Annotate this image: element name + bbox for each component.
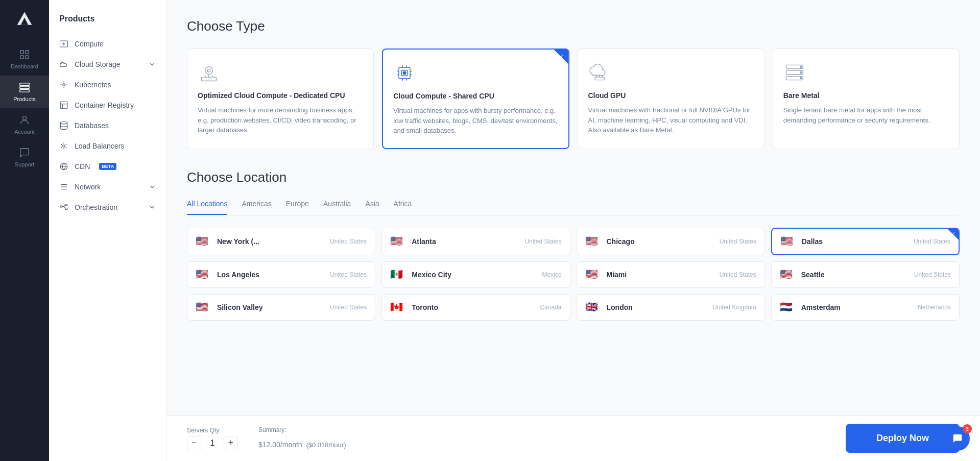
type-card-cloud-gpu-title: Cloud GPU: [588, 91, 754, 100]
svg-point-27: [800, 66, 802, 68]
price-value: $12.00: [258, 441, 280, 449]
svg-rect-14: [60, 206, 62, 207]
sidebar-dashboard-label: Dashboard: [11, 63, 38, 69]
loc-tab-all[interactable]: All Locations: [187, 200, 227, 215]
us-flag-icon-la: 🇺🇸: [196, 269, 212, 280]
loc-tab-africa[interactable]: Africa: [394, 200, 412, 215]
us-flag-icon-miami: 🇺🇸: [585, 269, 602, 280]
type-card-bare-metal[interactable]: Bare Metal Single tenant bare metal for …: [773, 48, 960, 149]
svg-rect-0: [20, 51, 23, 54]
loc-new-york-name: New York (...: [217, 237, 259, 246]
summary-section: Summary: $12.00/month ($0.018/hour): [258, 426, 346, 451]
loc-card-mexico-city[interactable]: 🇲🇽 Mexico City Mexico: [381, 261, 570, 288]
svg-point-18: [207, 69, 210, 72]
loc-seattle-name: Seattle: [801, 271, 825, 279]
loc-card-chicago[interactable]: 🇺🇸 Chicago United States: [577, 228, 765, 255]
nav-databases-label: Databases: [75, 122, 109, 130]
loc-tab-asia[interactable]: Asia: [365, 200, 379, 215]
us-flag-icon: 🇺🇸: [196, 236, 212, 247]
nav-item-load-balancers[interactable]: Load Balancers: [49, 136, 166, 156]
type-card-cloud-gpu[interactable]: Cloud GPU Virtual machines with fraction…: [578, 48, 764, 149]
nav-cdn-label: CDN: [75, 162, 90, 171]
shared-cpu-icon: [393, 62, 416, 84]
us-flag-icon-sv: 🇺🇸: [196, 302, 212, 313]
summary-price-display: $12.00/month ($0.018/hour): [258, 434, 346, 451]
qty-decrease-button[interactable]: −: [187, 436, 201, 450]
chat-badge: 3: [963, 424, 972, 433]
loc-london-country: United Kingdom: [712, 304, 756, 311]
loc-card-miami[interactable]: 🇺🇸 Miami United States: [577, 261, 765, 288]
deploy-now-button[interactable]: Deploy Now: [846, 424, 960, 453]
products-panel: Products Compute Cloud Storage Kubernete…: [49, 0, 166, 461]
qty-increase-button[interactable]: +: [224, 436, 238, 450]
loc-card-toronto[interactable]: 🇨🇦 Toronto Canada: [381, 294, 570, 321]
bottom-bar: Servers Qty: − 1 + Summary: $12.00/month…: [166, 415, 980, 461]
svg-point-29: [800, 77, 802, 79]
us-flag-icon-atlanta: 🇺🇸: [390, 236, 407, 247]
type-card-cloud-gpu-desc: Virtual machines with fractional or full…: [588, 105, 754, 135]
cloud-storage-chevron-icon: [149, 61, 156, 68]
loc-tab-australia[interactable]: Australia: [323, 200, 351, 215]
loc-miami-name: Miami: [607, 271, 627, 279]
nav-item-network[interactable]: Network: [49, 177, 166, 197]
svg-point-22: [403, 71, 407, 75]
loc-silicon-valley-country: United States: [330, 304, 367, 311]
loc-card-london[interactable]: 🇬🇧 London United Kingdom: [577, 294, 765, 321]
nav-item-databases[interactable]: Databases: [49, 115, 166, 136]
nav-item-orchestration[interactable]: Orchestration: [49, 197, 166, 217]
svg-point-7: [22, 116, 26, 120]
gb-flag-icon: 🇬🇧: [585, 302, 602, 313]
loc-london-name: London: [607, 303, 633, 311]
sidebar-item-products[interactable]: Products: [0, 76, 49, 108]
loc-card-new-york[interactable]: 🇺🇸 New York (... United States: [187, 228, 375, 255]
nav-item-container-registry[interactable]: Container Registry: [49, 95, 166, 115]
nav-container-registry-label: Container Registry: [75, 101, 134, 109]
svg-rect-6: [20, 90, 29, 92]
nav-item-cdn[interactable]: CDN BETA: [49, 156, 166, 177]
type-card-optimized-dedicated-title: Optimized Cloud Compute - Dedicated CPU: [198, 91, 363, 100]
orchestration-chevron-icon: [149, 204, 156, 211]
type-card-optimized-dedicated[interactable]: Optimized Cloud Compute - Dedicated CPU …: [187, 48, 374, 149]
price-hourly: ($0.018/hour): [306, 441, 346, 449]
mx-flag-icon: 🇲🇽: [390, 269, 407, 280]
loc-card-atlanta[interactable]: 🇺🇸 Atlanta United States: [381, 228, 570, 255]
type-card-shared-cpu[interactable]: Cloud Compute - Shared CPU Virtual machi…: [382, 48, 569, 149]
main-content: Choose Type Optimized Cloud Compute - De…: [166, 0, 980, 461]
bare-metal-icon: [783, 61, 806, 84]
chat-bubble[interactable]: 3: [945, 426, 970, 451]
choose-location-title: Choose Location: [187, 169, 960, 185]
nav-load-balancers-label: Load Balancers: [75, 142, 124, 150]
loc-seattle-country: United States: [914, 271, 951, 278]
loc-chicago-country: United States: [720, 238, 756, 245]
nav-cloud-storage-label: Cloud Storage: [75, 60, 121, 68]
nav-item-kubernetes[interactable]: Kubernetes: [49, 75, 166, 95]
loc-card-los-angeles[interactable]: 🇺🇸 Los Angeles United States: [187, 261, 375, 288]
svg-rect-15: [65, 204, 67, 206]
nav-kubernetes-label: Kubernetes: [75, 81, 111, 89]
svg-rect-23: [594, 77, 604, 80]
cdn-beta-badge: BETA: [99, 163, 116, 170]
location-tabs: All Locations Americas Europe Australia …: [187, 200, 960, 215]
loc-card-dallas[interactable]: 🇺🇸 Dallas United States: [771, 228, 960, 255]
loc-tab-europe[interactable]: Europe: [286, 200, 309, 215]
type-card-bare-metal-desc: Single tenant bare metal for apps with t…: [783, 105, 949, 125]
sidebar-item-support[interactable]: Support: [0, 141, 49, 174]
sidebar-account-label: Account: [14, 129, 35, 135]
sidebar-item-dashboard[interactable]: Dashboard: [0, 43, 49, 76]
svg-rect-2: [20, 56, 23, 59]
loc-atlanta-name: Atlanta: [412, 237, 436, 246]
nav-item-compute[interactable]: Compute: [49, 34, 166, 54]
svg-rect-3: [26, 56, 29, 59]
loc-card-silicon-valley[interactable]: 🇺🇸 Silicon Valley United States: [187, 294, 375, 321]
loc-amsterdam-country: Netherlands: [918, 304, 951, 311]
products-panel-title: Products: [49, 0, 166, 34]
loc-card-amsterdam[interactable]: 🇳🇱 Amsterdam Netherlands: [771, 294, 960, 321]
loc-dallas-name: Dallas: [802, 237, 823, 246]
loc-tab-americas[interactable]: Americas: [242, 200, 271, 215]
location-grid: 🇺🇸 New York (... United States 🇺🇸 Atlant…: [187, 228, 960, 321]
svg-rect-10: [60, 102, 67, 109]
loc-card-seattle[interactable]: 🇺🇸 Seattle United States: [771, 261, 960, 288]
sidebar-logo: [13, 8, 36, 31]
nav-item-cloud-storage[interactable]: Cloud Storage: [49, 54, 166, 75]
sidebar-item-account[interactable]: Account: [0, 108, 49, 141]
